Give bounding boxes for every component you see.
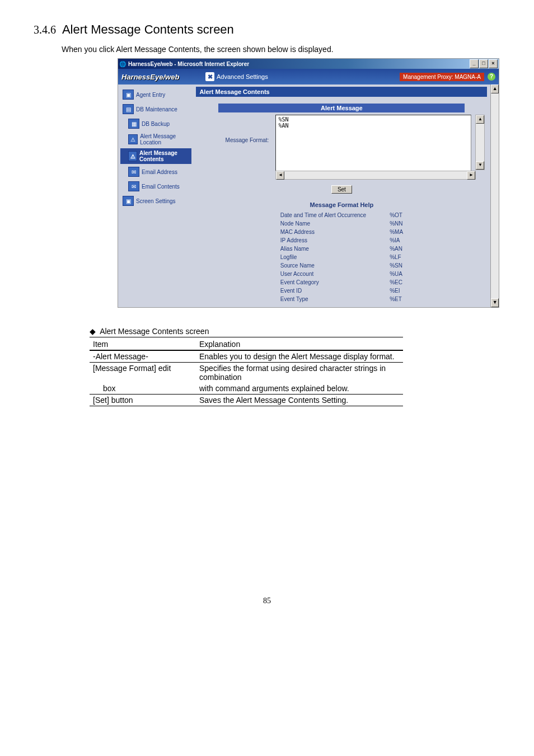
help-row: MAC Address%MA bbox=[280, 228, 403, 236]
section-heading: 3.4.6 Alert Message Contents screen bbox=[34, 22, 500, 37]
cell-item: [Message Format] edit bbox=[90, 363, 196, 383]
page-vscrollbar[interactable]: ▲ ▼ bbox=[490, 84, 499, 307]
help-code: %OT bbox=[390, 212, 403, 219]
set-button[interactable]: Set bbox=[331, 185, 352, 194]
scroll-up-icon[interactable]: ▲ bbox=[476, 115, 484, 124]
help-desc: Alias Name bbox=[280, 245, 388, 252]
page-scroll-down-icon[interactable]: ▼ bbox=[491, 298, 499, 307]
sidebar-item-email-address[interactable]: ✉ Email Address bbox=[120, 165, 191, 179]
table-row: [Set] button Saves the Alert Message Con… bbox=[90, 395, 403, 406]
maximize-button[interactable]: □ bbox=[479, 59, 488, 68]
page-number: 85 bbox=[34, 597, 500, 605]
message-format-input[interactable]: %SN %AN bbox=[275, 115, 471, 171]
table-row: -Alert Message- Enables you to design th… bbox=[90, 350, 403, 363]
help-code: %UA bbox=[390, 270, 403, 278]
help-desc: MAC Address bbox=[280, 228, 388, 236]
app-body: ▣ Agent Entry ▤ DB Maintenance ▦ DB Back… bbox=[118, 84, 499, 307]
help-code: %ET bbox=[390, 295, 403, 303]
help-icon[interactable]: ? bbox=[488, 73, 495, 81]
scroll-left-icon[interactable]: ◄ bbox=[276, 171, 284, 180]
sidebar-item-label: Alert Message Contents bbox=[139, 150, 189, 162]
minimize-button[interactable]: _ bbox=[470, 59, 479, 68]
settings-icon: ✖ bbox=[205, 72, 214, 81]
help-desc: User Account bbox=[280, 270, 388, 278]
screenshot-window: 🌐 HarnessEye/web - Microsoft Internet Ex… bbox=[118, 58, 499, 308]
help-row: Node Name%NN bbox=[280, 220, 403, 227]
content-panel: Alert Message Contents Alert Message Mes… bbox=[194, 84, 490, 307]
close-button[interactable]: × bbox=[489, 59, 498, 68]
sidebar-item-label: DB Maintenance bbox=[136, 106, 177, 112]
message-format-label: Message Format: bbox=[207, 115, 269, 143]
cell-item: box bbox=[90, 383, 196, 395]
page-scroll-up-icon[interactable]: ▲ bbox=[491, 84, 499, 93]
textarea-vscrollbar[interactable]: ▲ ▼ bbox=[475, 115, 485, 170]
alert-cont-icon: ⚠ bbox=[128, 151, 137, 161]
db-icon: ▤ bbox=[123, 104, 134, 114]
intro-text: When you click Alert Message Contents, t… bbox=[62, 45, 500, 54]
help-row: Alias Name%AN bbox=[280, 245, 403, 252]
help-code: %IA bbox=[390, 237, 403, 244]
sidebar-item-label: Alert Message Location bbox=[140, 133, 189, 145]
scroll-down-icon[interactable]: ▼ bbox=[476, 161, 484, 170]
description-title: Alert Message Contents screen bbox=[100, 327, 209, 336]
scroll-right-icon[interactable]: ► bbox=[467, 171, 475, 180]
cell-expl: Specifies the format using desired chara… bbox=[196, 363, 403, 383]
panel-title: Alert Message Contents bbox=[196, 87, 487, 97]
help-table: Date and Time of Alert Occurrence%OT Nod… bbox=[279, 210, 404, 304]
table-row: box with command arguments explained bel… bbox=[90, 383, 403, 395]
window-title: HarnessEye/web - Microsoft Internet Expl… bbox=[126, 61, 469, 67]
sidebar-item-screen-settings[interactable]: ▣ Screen Settings bbox=[120, 194, 191, 208]
help-row: User Account%UA bbox=[280, 270, 403, 278]
sidebar-item-alert-location[interactable]: ⚠ Alert Message Location bbox=[120, 132, 191, 147]
alert-message-heading: Alert Message bbox=[218, 104, 465, 112]
alert-loc-icon: ⚠ bbox=[128, 134, 138, 144]
app-logo: HarnessEye/web bbox=[121, 73, 205, 81]
cell-expl: with command arguments explained below. bbox=[196, 383, 403, 395]
sidebar-item-db-backup[interactable]: ▦ DB Backup bbox=[120, 117, 191, 130]
table-row: [Message Format] edit Specifies the form… bbox=[90, 363, 403, 383]
help-row: Event Category%EC bbox=[280, 279, 403, 286]
help-heading: Message Format Help bbox=[196, 201, 487, 208]
help-row: IP Address%IA bbox=[280, 237, 403, 244]
sidebar-item-label: DB Backup bbox=[142, 121, 170, 127]
help-row: Date and Time of Alert Occurrence%OT bbox=[280, 212, 403, 219]
section-number: 3.4.6 bbox=[34, 24, 56, 36]
sidebar-item-label: Agent Entry bbox=[136, 92, 165, 98]
help-code: %EI bbox=[390, 287, 403, 294]
email-icon: ✉ bbox=[128, 167, 139, 177]
sidebar-item-label: Email Contents bbox=[142, 184, 180, 190]
help-code: %NN bbox=[390, 220, 403, 227]
header-tab-label[interactable]: Advanced Settings bbox=[217, 73, 268, 80]
sidebar-item-db-maintenance[interactable]: ▤ DB Maintenance bbox=[120, 102, 191, 116]
help-desc: Event Type bbox=[280, 295, 388, 303]
diamond-icon: ◆ bbox=[90, 327, 96, 336]
help-desc: IP Address bbox=[280, 237, 388, 244]
backup-icon: ▦ bbox=[128, 119, 139, 129]
sidebar-item-alert-contents[interactable]: ⚠ Alert Message Contents bbox=[120, 148, 191, 164]
email-cont-icon: ✉ bbox=[128, 181, 139, 191]
help-desc: Source Name bbox=[280, 262, 388, 269]
sidebar: ▣ Agent Entry ▤ DB Maintenance ▦ DB Back… bbox=[118, 84, 194, 307]
cell-expl: Saves the Alert Message Contents Setting… bbox=[196, 395, 403, 406]
section-title: Alert Message Contents screen bbox=[62, 22, 234, 36]
help-code: %MA bbox=[390, 228, 403, 236]
help-row: Logfile%LF bbox=[280, 253, 403, 261]
ie-icon: 🌐 bbox=[119, 61, 126, 67]
sidebar-item-email-contents[interactable]: ✉ Email Contents bbox=[120, 180, 191, 193]
agent-icon: ▣ bbox=[123, 90, 134, 100]
help-row: Event Type%ET bbox=[280, 295, 403, 303]
help-code: %AN bbox=[390, 245, 403, 252]
help-desc: Event Category bbox=[280, 279, 388, 286]
screen-icon: ▣ bbox=[123, 196, 134, 206]
help-desc: Event ID bbox=[280, 287, 388, 294]
help-desc: Node Name bbox=[280, 220, 388, 227]
explanation-table: Item Explanation -Alert Message- Enables… bbox=[90, 339, 403, 406]
col-item: Item bbox=[90, 339, 196, 350]
cell-item: -Alert Message- bbox=[90, 350, 196, 363]
col-explanation: Explanation bbox=[196, 339, 403, 350]
textarea-hscrollbar[interactable]: ◄ ► bbox=[275, 171, 476, 180]
help-row: Source Name%SN bbox=[280, 262, 403, 269]
sidebar-item-label: Email Address bbox=[142, 169, 177, 175]
app-header: HarnessEye/web ✖ Advanced Settings Manag… bbox=[118, 69, 499, 84]
sidebar-item-agent-entry[interactable]: ▣ Agent Entry bbox=[120, 88, 191, 101]
